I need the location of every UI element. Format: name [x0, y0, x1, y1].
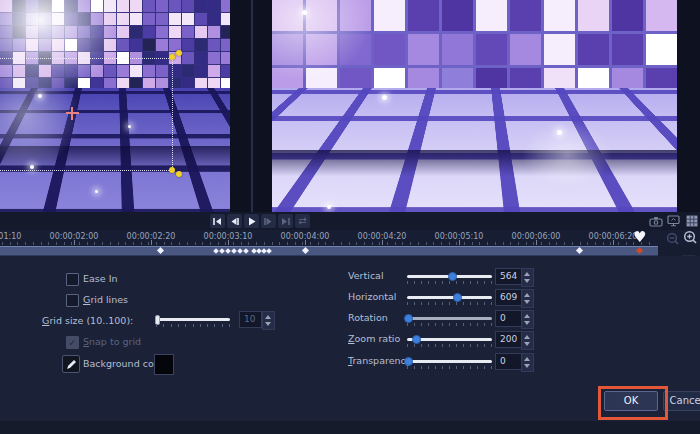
loop-playback-button[interactable]: ⇄: [295, 214, 310, 228]
timeline-zoom-out-button[interactable]: [666, 231, 680, 245]
tile: [39, 39, 51, 51]
go-to-end-button[interactable]: [278, 214, 293, 228]
grid-size-value[interactable]: 10: [239, 311, 262, 328]
spin-up-icon[interactable]: [265, 315, 271, 319]
slider-tick: [414, 302, 415, 305]
snap-to-grid-checkbox[interactable]: ✓: [66, 336, 79, 349]
horizontal-value[interactable]: 609: [495, 289, 524, 306]
ruler-tick: [449, 242, 450, 245]
ruler-tick: [533, 242, 534, 245]
timeline-zoom-in-button[interactable]: [683, 230, 698, 245]
selection-handle[interactable]: [176, 171, 182, 177]
horizontal-slider-thumb[interactable]: [453, 293, 462, 302]
grid-lines-checkbox[interactable]: [66, 294, 79, 307]
selection-handle[interactable]: [169, 54, 175, 60]
tile: [408, 34, 439, 65]
keyframe-diamond[interactable]: [302, 247, 309, 254]
selection-handle[interactable]: [169, 167, 175, 173]
preview-panel-result[interactable]: [272, 0, 677, 212]
slider-ticks: [407, 366, 492, 369]
ease-in-label: Ease In: [83, 273, 117, 284]
zoom-ratio-slider[interactable]: [407, 338, 492, 341]
slider-tick: [463, 281, 464, 284]
zoom-ratio-spinner[interactable]: [521, 331, 534, 350]
tile: [195, 26, 207, 38]
preview-panel-original[interactable]: [0, 0, 230, 212]
keyframe-diamond[interactable]: [243, 248, 249, 254]
tile: [39, 13, 51, 25]
slider-tick: [435, 302, 436, 305]
edit-background-color-button[interactable]: [62, 355, 80, 373]
rotation-slider[interactable]: [407, 317, 492, 320]
transparency-spinner[interactable]: [521, 353, 534, 372]
spin-down-icon[interactable]: [265, 322, 271, 326]
keyframe-diamond[interactable]: [266, 248, 272, 254]
slider-tick: [477, 281, 478, 284]
keyframe-diamond[interactable]: [576, 247, 583, 254]
keyframe-diamond[interactable]: [237, 248, 243, 254]
slider-tick: [414, 281, 415, 284]
ruler-tick: [556, 242, 557, 245]
tile: [52, 52, 64, 64]
grid-size-spinner[interactable]: [262, 311, 275, 330]
selection-handle[interactable]: [176, 50, 182, 56]
keyframe-diamond[interactable]: [157, 247, 164, 254]
rotation-value[interactable]: 0: [495, 310, 524, 327]
rotation-slider-thumb[interactable]: [404, 314, 413, 323]
tile: [91, 52, 103, 64]
ruler-tick: [179, 242, 180, 245]
horizontal-slider[interactable]: [407, 296, 492, 299]
ruler-tick: [626, 242, 627, 245]
ruler-tick: [141, 242, 142, 245]
tile: [13, 39, 25, 51]
tile: [117, 65, 129, 77]
cancel-button[interactable]: Cancel: [663, 391, 700, 411]
grid-toggle-button[interactable]: [684, 214, 699, 228]
keyframe-diamond[interactable]: [219, 248, 225, 254]
vertical-slider-thumb[interactable]: [448, 272, 457, 281]
play-button[interactable]: [244, 214, 259, 228]
ruler-tick: [56, 242, 57, 245]
keyframe-track[interactable]: [0, 246, 658, 256]
go-to-start-button[interactable]: [210, 214, 225, 228]
keyframe-diamond[interactable]: [225, 248, 231, 254]
camera-snapshot-button[interactable]: [648, 214, 663, 228]
zoom-ratio-slider-thumb[interactable]: [412, 335, 421, 344]
grid-icon: [686, 215, 698, 227]
tile: [272, 0, 303, 31]
tile: [156, 52, 168, 64]
previous-frame-button[interactable]: [227, 214, 242, 228]
transparency-slider[interactable]: [407, 360, 492, 363]
slider-tick: [414, 323, 415, 326]
tile: [195, 39, 207, 51]
horizontal-spinner[interactable]: [521, 289, 534, 308]
ease-in-checkbox[interactable]: [66, 273, 79, 286]
tile: [221, 13, 230, 25]
panel-divider: [251, 0, 253, 212]
tile: [182, 52, 194, 64]
keyframe-diamond[interactable]: [213, 248, 219, 254]
vertical-slider[interactable]: [407, 275, 492, 278]
vertical-value[interactable]: 564: [495, 268, 524, 285]
rotation-spinner[interactable]: [521, 310, 534, 329]
background-color-swatch[interactable]: [154, 354, 174, 375]
transparency-value[interactable]: 0: [495, 353, 524, 370]
tile: [91, 39, 103, 51]
vertical-spinner[interactable]: [521, 268, 534, 287]
ruler-tick: [218, 242, 219, 245]
transparency-slider-thumb[interactable]: [404, 357, 413, 366]
display-preview-button[interactable]: [666, 214, 681, 228]
slider-tick: [484, 323, 485, 326]
zoom-ratio-value[interactable]: 200: [495, 331, 524, 348]
timeline-ruler[interactable]: 00:00:01:1000:00:02:0000:00:02:2000:00:0…: [0, 230, 700, 246]
ok-button[interactable]: OK: [604, 391, 658, 411]
tile: [221, 39, 230, 51]
ruler-tick: [379, 242, 380, 245]
ruler-tick: [71, 242, 72, 245]
tile: [26, 0, 38, 12]
next-frame-button[interactable]: [261, 214, 276, 228]
grid-size-slider[interactable]: [156, 318, 230, 321]
playhead-marker[interactable]: ♥: [633, 228, 646, 246]
keyframe-diamond[interactable]: [231, 248, 237, 254]
keyframe-diamond[interactable]: [636, 247, 643, 254]
